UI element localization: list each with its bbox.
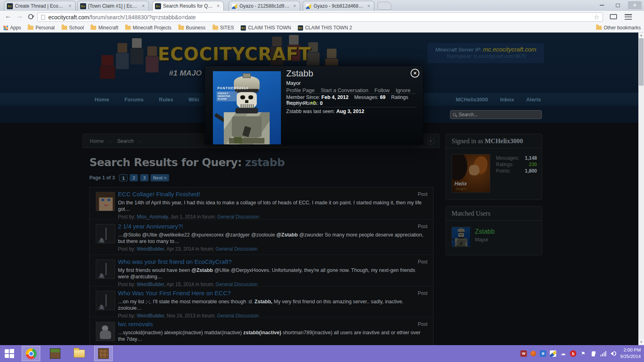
member-avatar[interactable]: PANTHERS2014 ASSAULT -OBJECTIVE PLAYER — [213, 71, 281, 144]
breadcrumb-separator-icon: › — [139, 138, 141, 144]
avatar[interactable] — [96, 192, 115, 211]
tab-title: Gyazo - 212588c1d942da0 — [239, 3, 290, 9]
beats-audio-icon[interactable]: b — [570, 350, 576, 357]
bookmark-business[interactable]: Business — [178, 25, 206, 31]
bookmark-minecraft[interactable]: Minecraft — [91, 25, 118, 31]
bookmark-personal[interactable]: Personal — [28, 25, 54, 31]
start-conversation-link[interactable]: Start a Conversation — [321, 87, 369, 93]
forward-button-icon[interactable]: → — [16, 12, 23, 20]
back-button-icon[interactable]: ← — [5, 12, 12, 20]
tab-search-results-active[interactable]: Ec Search Results for Query: z × — [152, 1, 224, 11]
scrollbar-thumb[interactable] — [639, 38, 644, 86]
tab-create-thread[interactable]: Ec Create Thread | EcoCityCr × — [4, 1, 76, 11]
member-name[interactable]: Zstabb — [286, 68, 313, 79]
url-text[interactable]: ecocitycraft.com/forum/search/1848830/?q… — [48, 14, 590, 21]
thread-title-link[interactable]: lwc removals — [118, 321, 400, 327]
reload-button-icon[interactable] — [28, 14, 33, 19]
tab-close-icon[interactable]: × — [366, 3, 372, 9]
thread-title-link[interactable]: Who Was Your First Friend Here on ECC? — [118, 290, 400, 296]
tab-close-icon[interactable]: × — [292, 3, 297, 9]
follow-link[interactable]: Follow — [374, 87, 390, 93]
taskbar-clock[interactable]: 2:00 PM 9/25/2014 — [620, 347, 641, 360]
avatar[interactable] — [96, 259, 115, 279]
tab-close-icon[interactable]: × — [215, 3, 221, 9]
site-search-input[interactable] — [458, 112, 539, 117]
nav-forums[interactable]: Forums — [124, 97, 144, 103]
breadcrumb-home[interactable]: Home — [90, 138, 104, 144]
new-tab-button[interactable] — [378, 2, 391, 10]
window-minimize-button[interactable] — [596, 2, 608, 9]
window-close-button[interactable]: × — [628, 1, 642, 9]
antivirus-shield-icon[interactable]: W — [520, 350, 527, 357]
ignore-link[interactable]: Ignore — [396, 87, 411, 93]
tab-town-claim[interactable]: Ec [Town Claim #1] | EcoCity × — [77, 1, 149, 11]
mascot-graphic — [118, 43, 129, 69]
action-center-flag-icon[interactable]: ⚑ — [580, 350, 586, 357]
other-bookmarks[interactable]: Other bookmarks — [596, 25, 641, 31]
avatar[interactable] — [96, 322, 115, 341]
forum-link[interactable]: General Discussion — [216, 246, 258, 252]
nav-alerts[interactable]: Alerts — [526, 97, 541, 103]
bookmark-claim-this-town[interactable]: EcCLAIM THIS TOWN — [241, 25, 291, 31]
matched-user-name[interactable]: Zstabb — [475, 228, 495, 235]
gyazo-icon[interactable] — [550, 350, 556, 357]
scroll-down-icon[interactable]: ▼ — [638, 339, 644, 345]
bookmark-sites[interactable]: SITES — [213, 25, 234, 31]
bookmark-minecraft-projects[interactable]: Minecraft Projects — [125, 25, 171, 31]
tab-gyazo-1[interactable]: Gyazo - 212588c1d942da0 × — [229, 1, 300, 11]
speaker-icon[interactable] — [610, 350, 617, 357]
thread-title-link[interactable]: 2 1/4 year Anniversary?! — [118, 223, 400, 230]
scroll-up-icon[interactable]: ▲ — [638, 33, 644, 38]
bookmark-claim-this-town-2[interactable]: EcCLAIM THIS TOWN 2 — [298, 25, 352, 31]
tab-close-icon[interactable]: × — [140, 3, 146, 9]
nav-wiki[interactable]: Wiki — [188, 97, 199, 103]
tab-gyazo-2[interactable]: Gyazo - 9cb812d468336cf8 × — [303, 1, 374, 11]
page-viewport: ECOCITYCRAFT #1 MAJO Minecraft Server IP… — [0, 33, 644, 345]
page-button-2[interactable]: 2 — [130, 174, 138, 181]
taskbar-explorer-button[interactable] — [70, 346, 89, 361]
forum-link[interactable]: General Discussion — [217, 214, 259, 220]
taskbar-minecraft-button[interactable] — [46, 346, 64, 361]
nav-inbox[interactable]: Inbox — [500, 97, 514, 103]
bookmark-star-icon[interactable]: ☆ — [594, 13, 599, 21]
nav-home[interactable]: Home — [95, 97, 109, 103]
tab-title: Create Thread | EcoCityCr — [15, 3, 65, 9]
profile-page-link[interactable]: Profile Page — [286, 87, 315, 93]
orange-app-icon[interactable] — [530, 351, 536, 356]
member-since-value: Feb 4, 2012 — [322, 95, 349, 100]
taskbar-chrome-button[interactable] — [22, 346, 40, 361]
site-search-box[interactable] — [450, 110, 542, 119]
page-button-3[interactable]: 3 — [140, 174, 149, 181]
result-meta: Post by: WeirdBuilder, Apr 23, 2014 in f… — [118, 246, 400, 252]
snowflake-icon[interactable]: ❄ — [540, 350, 546, 357]
thread-title-link[interactable]: Who was your first friend on EcoCityCraf… — [118, 258, 400, 265]
close-icon[interactable]: × — [411, 69, 419, 78]
page-button-1[interactable]: 1 — [119, 174, 128, 181]
network-signal-icon[interactable] — [600, 351, 607, 356]
author-link[interactable]: WeirdBuilder — [137, 246, 164, 252]
address-bar[interactable]: ecocitycraft.com/forum/search/1848830/?q… — [37, 12, 603, 22]
window-restore-button[interactable] — [612, 2, 624, 9]
user-avatar[interactable]: Helix Dragon — [452, 154, 490, 193]
quick-navigation-icon[interactable]: ▼ — [427, 138, 434, 145]
nav-account[interactable]: MCHelix3000 — [456, 97, 488, 103]
page-scrollbar[interactable]: ▲ ▼ — [638, 33, 644, 345]
author-link[interactable]: Miss_Anomaly — [137, 214, 168, 220]
thread-title-link[interactable]: ECC Collage! FInally Finished! — [118, 191, 400, 197]
plug-icon[interactable] — [590, 350, 597, 357]
next-page-button[interactable]: Next > — [151, 174, 169, 181]
avatar[interactable] — [96, 291, 115, 310]
ecc-favicon-icon: Ec — [241, 25, 246, 31]
site-logo[interactable]: ECOCITYCRAFT — [158, 44, 311, 64]
avatar[interactable] — [96, 224, 115, 243]
bookmark-school[interactable]: School — [62, 25, 84, 31]
apps-shortcut[interactable]: Apps — [3, 25, 21, 31]
browser-menu-icon[interactable] — [625, 14, 632, 20]
tab-close-icon[interactable]: × — [67, 3, 73, 9]
cloud-icon[interactable]: ☁ — [560, 350, 566, 357]
folder-icon — [596, 26, 602, 30]
start-button[interactable] — [0, 346, 19, 361]
taskbar-crafting-app-button[interactable] — [94, 346, 113, 361]
cast-icon[interactable] — [610, 14, 617, 19]
nav-rules[interactable]: Rules — [159, 97, 173, 103]
